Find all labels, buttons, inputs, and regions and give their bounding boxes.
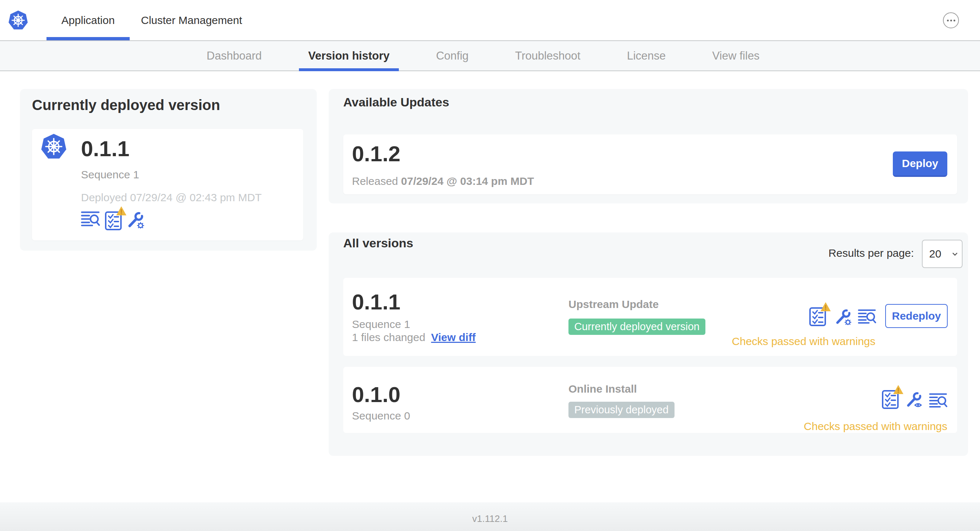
tab-application-label: Application	[61, 14, 115, 27]
preflight-checks-icon[interactable]	[809, 307, 826, 326]
all-versions-title: All versions	[343, 236, 414, 250]
all-versions-card: All versions Results per page: 20 0.1.1 …	[329, 232, 968, 456]
deployed-status-badge: Currently deployed version	[568, 318, 705, 335]
subnav-version-history[interactable]: Version history	[299, 41, 399, 70]
app-subnav: Dashboard Version history Config Trouble…	[0, 41, 980, 71]
results-per-page-select[interactable]: 20	[922, 240, 963, 268]
preflight-checks-icon[interactable]	[105, 211, 122, 231]
currently-deployed-inner-card: 0.1.1 Sequence 1 Deployed 07/29/24 @ 02:…	[32, 129, 303, 240]
row-version-number: 0.1.1	[352, 291, 400, 313]
current-version-sequence: Sequence 1	[81, 168, 139, 181]
deployed-status-badge: Previously deployed	[568, 402, 675, 418]
console-version: v1.112.1	[472, 513, 508, 531]
deploy-button[interactable]: Deploy	[893, 151, 947, 177]
preflight-status-text: Checks passed with warnings	[732, 335, 875, 348]
version-row-0.1.1: 0.1.1 Sequence 1 1 files changed View di…	[343, 278, 957, 356]
app-footer: v1.112.1	[0, 502, 980, 531]
row-sequence: Sequence 0	[352, 409, 410, 423]
warning-icon	[820, 302, 831, 312]
preflight-checks-icon[interactable]	[882, 390, 899, 409]
more-options-button[interactable]	[943, 12, 959, 28]
row-source: Upstream Update	[568, 298, 659, 310]
tab-application[interactable]: Application	[46, 0, 130, 40]
kubernetes-logo-icon	[8, 9, 28, 32]
config-icon[interactable]	[905, 391, 922, 408]
config-icon[interactable]	[835, 308, 851, 325]
update-version-number: 0.1.2	[352, 143, 400, 165]
tab-application-active-underline	[46, 37, 130, 40]
version-row-0.1.0: 0.1.0 Sequence 0 Online Install Previous…	[343, 367, 957, 433]
current-version-number: 0.1.1	[81, 138, 129, 160]
subnav-license[interactable]: License	[617, 41, 675, 70]
tab-cluster-management-label: Cluster Management	[141, 14, 242, 27]
subnav-active-underline	[299, 68, 399, 71]
available-updates-title: Available Updates	[343, 95, 449, 109]
app-header: Application Cluster Management	[0, 0, 980, 41]
subnav-dashboard[interactable]: Dashboard	[197, 41, 271, 70]
results-per-page-label: Results per page:	[829, 247, 914, 259]
kubernetes-app-icon	[39, 133, 68, 161]
redeploy-button[interactable]: Redeploy	[885, 304, 948, 328]
subnav-view-files[interactable]: View files	[703, 41, 769, 70]
current-version-actions	[81, 211, 144, 231]
row-sequence: Sequence 1	[352, 318, 410, 331]
available-updates-card: Available Updates 0.1.2 Released 07/29/2…	[329, 89, 968, 203]
chevron-down-icon	[952, 253, 958, 256]
subnav-config[interactable]: Config	[426, 41, 478, 70]
row-source: Online Install	[568, 383, 637, 395]
current-version-deployed-timestamp: Deployed 07/29/24 @ 02:43 pm MDT	[81, 191, 261, 205]
warning-icon	[116, 206, 127, 216]
currently-deployed-card: Currently deployed version 0.1.1 Sequenc…	[20, 89, 317, 251]
tab-cluster-management[interactable]: Cluster Management	[141, 0, 242, 40]
ellipsis-icon	[947, 20, 949, 21]
diff-icon[interactable]	[929, 393, 947, 407]
subnav-troubleshoot[interactable]: Troubleshoot	[506, 41, 590, 70]
update-released-timestamp: Released 07/29/24 @ 03:14 pm MDT	[352, 174, 534, 188]
warning-icon	[893, 385, 904, 394]
diff-icon[interactable]	[81, 211, 100, 226]
row-files-changed: 1 files changed View diff	[352, 331, 476, 344]
view-diff-link[interactable]: View diff	[431, 331, 476, 343]
currently-deployed-title: Currently deployed version	[32, 97, 220, 113]
row-version-number: 0.1.0	[352, 383, 400, 406]
config-icon[interactable]	[127, 211, 144, 229]
diff-icon[interactable]	[858, 309, 876, 324]
preflight-status-text: Checks passed with warnings	[804, 420, 947, 432]
available-update-row: 0.1.2 Released 07/29/24 @ 03:14 pm MDT D…	[343, 134, 957, 194]
